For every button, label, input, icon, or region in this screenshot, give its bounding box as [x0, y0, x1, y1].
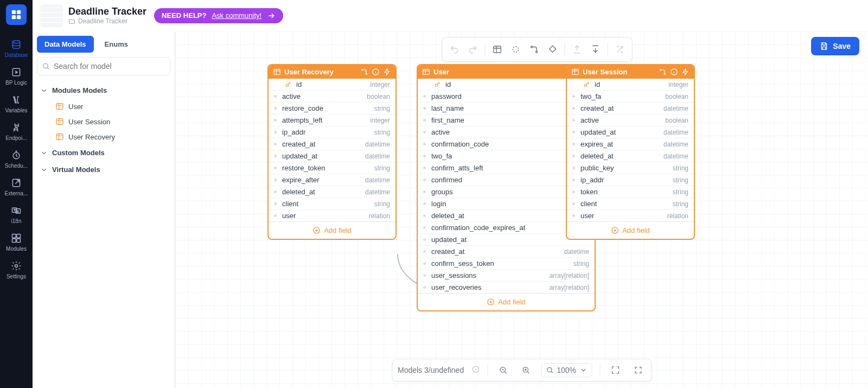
field-row[interactable]: user_sessionsarray[relation]	[418, 270, 595, 282]
nav-external[interactable]: Externa...	[0, 173, 33, 201]
add-field-button[interactable]: Add field	[269, 222, 395, 239]
field-row[interactable]: activeboolean	[567, 115, 694, 126]
field-row[interactable]: two_faboolean	[567, 91, 694, 103]
nav-database[interactable]: Database	[0, 35, 33, 62]
field-row[interactable]: attempts_leftinteger	[269, 115, 395, 126]
status-bar: Models 3/undefined 100%	[392, 359, 652, 381]
save-button[interactable]: Save	[811, 37, 859, 55]
field-row[interactable]: public_keystring	[567, 162, 694, 174]
undo-button[interactable]	[445, 41, 463, 58]
field-type: boolean	[665, 117, 688, 124]
model-card-user-recovery[interactable]: User Recovery idintegeractivebooleanrest…	[267, 64, 397, 240]
field-type: relation	[667, 212, 688, 220]
field-row[interactable]: created_atdatetime	[567, 103, 694, 115]
tree-item-user-recovery[interactable]: User Recovery	[37, 129, 170, 144]
nav-bp-logic[interactable]: BP Logic	[0, 62, 33, 90]
nav-scheduler[interactable]: Schedu...	[0, 145, 33, 173]
enum-button[interactable]	[544, 41, 561, 58]
field-row[interactable]: idinteger	[269, 79, 395, 91]
nav-label: Settings	[7, 273, 26, 279]
add-field-button[interactable]: Add field	[418, 294, 595, 310]
field-row[interactable]: user_recoveriesarray[relation]	[418, 282, 595, 294]
field-row[interactable]: expires_atdatetime	[567, 138, 694, 150]
field-row[interactable]: activeboolean	[269, 91, 395, 103]
tree-item-user-session[interactable]: User Session	[37, 114, 170, 129]
group-custom-models[interactable]: Custom Models	[37, 144, 170, 161]
field-row[interactable]: restore_codestring	[269, 103, 395, 115]
field-row[interactable]: deleted_atdatetime	[269, 186, 395, 198]
field-row[interactable]: expire_afterdatetime	[269, 174, 395, 186]
field-type: datetime	[365, 141, 390, 148]
add-model-button[interactable]	[488, 41, 506, 58]
fit-button[interactable]	[608, 362, 623, 378]
field-row[interactable]: clientstring	[567, 198, 694, 210]
field-row[interactable]: idinteger	[567, 79, 694, 91]
field-name: deleted_at	[580, 152, 663, 160]
table-icon	[422, 68, 430, 76]
svg-point-22	[535, 51, 537, 53]
search-input[interactable]	[37, 57, 170, 75]
info-icon[interactable]	[670, 68, 678, 76]
field-row[interactable]: tokenstring	[567, 186, 694, 198]
field-row[interactable]: confirm_sess_tokenstring	[418, 258, 595, 270]
field-row[interactable]: ip_addrstring	[269, 126, 395, 138]
field-name: ip_addr	[580, 176, 673, 184]
info-icon[interactable]	[372, 68, 380, 76]
nav-label: Endpoi...	[5, 135, 27, 141]
zoom-out-button[interactable]	[495, 362, 510, 378]
lightning-icon[interactable]	[681, 68, 690, 76]
field-name: user_sessions	[431, 271, 550, 279]
add-field-button[interactable]: Add field	[567, 222, 694, 239]
tab-enums[interactable]: Enums	[97, 36, 136, 53]
relation-button[interactable]	[525, 41, 542, 58]
chevron-down-icon	[40, 149, 48, 157]
field-name: groups	[431, 188, 578, 196]
field-row[interactable]: updated_atdatetime	[567, 126, 694, 138]
svg-rect-2	[12, 15, 16, 19]
nav-endpoints[interactable]: Endpoi...	[0, 118, 33, 145]
nav-modules[interactable]: Modules	[0, 228, 33, 256]
help-pill[interactable]: NEED HELP? Ask community!	[154, 8, 283, 23]
field-dot	[572, 167, 575, 169]
group-virtual-models[interactable]: Virtual Models	[37, 161, 170, 178]
fullscreen-button[interactable]	[630, 362, 646, 378]
app-logo[interactable]	[6, 4, 27, 25]
nav-settings[interactable]: Settings	[0, 256, 33, 284]
field-row[interactable]: userrelation	[269, 210, 395, 222]
svg-rect-0	[12, 10, 16, 14]
model-card-user-session[interactable]: User Session idintegertwo_fabooleancreat…	[566, 64, 695, 240]
field-row[interactable]: updated_atdatetime	[269, 150, 395, 162]
field-name: updated_at	[580, 128, 663, 136]
field-row[interactable]: restore_tokenstring	[269, 162, 395, 174]
magic-button[interactable]	[611, 41, 628, 58]
select-area-button[interactable]	[507, 41, 524, 58]
tree-item-user[interactable]: User	[37, 99, 170, 114]
import-button[interactable]	[586, 41, 604, 58]
table-icon	[55, 102, 64, 111]
info-icon[interactable]	[471, 365, 480, 375]
export-button[interactable]	[568, 41, 585, 58]
field-name: client	[282, 200, 374, 208]
field-dot	[423, 143, 426, 145]
nav-variables[interactable]: Variables	[0, 90, 33, 118]
field-row[interactable]: ip_addrstring	[567, 174, 694, 186]
tab-data-models[interactable]: Data Models	[37, 36, 94, 53]
field-row[interactable]: created_atdatetime	[418, 246, 595, 258]
zoom-select[interactable]: 100%	[541, 363, 592, 377]
field-type: datetime	[663, 152, 688, 160]
redo-button[interactable]	[464, 41, 481, 58]
field-row[interactable]: deleted_atdatetime	[567, 150, 694, 162]
relation-icon[interactable]	[659, 68, 667, 76]
field-dot	[423, 238, 426, 241]
ask-community-link[interactable]: Ask community!	[212, 11, 261, 20]
relation-icon[interactable]	[360, 68, 368, 76]
lightning-icon[interactable]	[383, 68, 391, 76]
field-dot	[572, 107, 575, 110]
field-dot	[572, 119, 575, 122]
nav-i18n[interactable]: i18n	[0, 201, 33, 228]
field-row[interactable]: userrelation	[567, 210, 694, 222]
field-row[interactable]: clientstring	[269, 198, 395, 210]
zoom-in-button[interactable]	[518, 362, 533, 378]
group-modules-models[interactable]: Modules Models	[37, 82, 170, 99]
field-row[interactable]: created_atdatetime	[269, 138, 395, 150]
